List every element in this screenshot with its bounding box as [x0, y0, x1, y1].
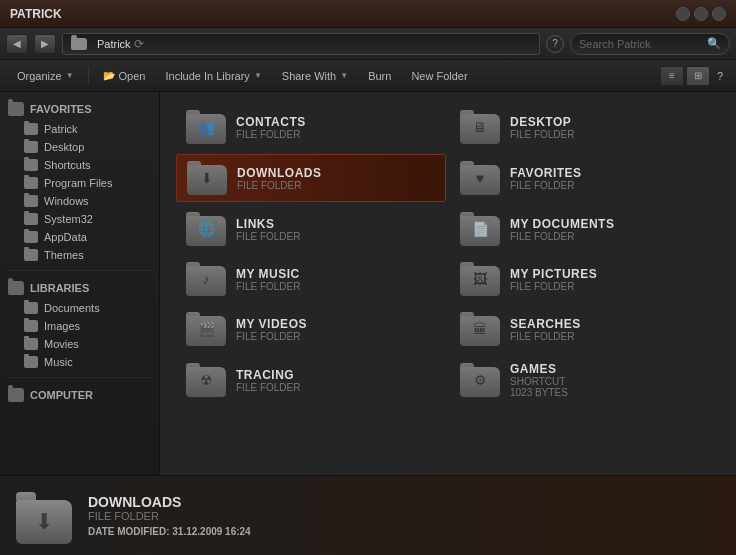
sidebar-item-system32[interactable]: System32	[0, 210, 159, 228]
maximize-button[interactable]	[694, 7, 708, 21]
folder-name: Desktop	[510, 115, 710, 129]
toolbar-help-button[interactable]: ?	[712, 64, 728, 88]
folder-grid: 👥ContactsFile folder🖥DesktopFile folder⬇…	[176, 104, 720, 404]
help-button[interactable]: ?	[546, 35, 564, 53]
sidebar-item-music[interactable]: Music	[0, 353, 159, 371]
folder-name: Contacts	[236, 115, 436, 129]
folder-type: Shortcut	[510, 376, 710, 387]
folder-icon-links: 🌐	[186, 212, 226, 246]
sidebar-item-documents[interactable]: Documents	[0, 299, 159, 317]
folder-item-searches[interactable]: 🏛SearchesFile folder	[450, 306, 720, 352]
sidebar-item-program-files[interactable]: Program Files	[0, 174, 159, 192]
sidebar-item-label: Documents	[44, 302, 100, 314]
sidebar-item-icon	[24, 213, 38, 225]
status-type: File folder	[88, 510, 720, 522]
sidebar-item-label: Themes	[44, 249, 84, 261]
folder-name: Tracing	[236, 368, 436, 382]
favorites-section[interactable]: Favorites	[0, 98, 159, 120]
folder-name: Links	[236, 217, 436, 231]
close-button[interactable]	[712, 7, 726, 21]
address-field[interactable]: Patrick ⟳	[62, 33, 540, 55]
sidebar-item-shortcuts[interactable]: Shortcuts	[0, 156, 159, 174]
folder-type: File folder	[510, 281, 710, 292]
sidebar-item-themes[interactable]: Themes	[0, 246, 159, 264]
folder-emblem: 🎬	[194, 319, 218, 339]
folder-type: File folder	[510, 129, 710, 140]
folder-item-my-documents[interactable]: 📄My DocumentsFile folder	[450, 206, 720, 252]
folder-type: File folder	[236, 331, 436, 342]
status-date-label: Date modified:	[88, 526, 169, 537]
sidebar-item-appdata[interactable]: AppData	[0, 228, 159, 246]
folder-item-my-music[interactable]: ♪My MusicFile folder	[176, 256, 446, 302]
sidebar-libraries-items: DocumentsImagesMoviesMusic	[0, 299, 159, 371]
sidebar-item-images[interactable]: Images	[0, 317, 159, 335]
open-button[interactable]: 📂 Open	[94, 64, 155, 88]
folder-item-links[interactable]: 🌐LinksFile folder	[176, 206, 446, 252]
organize-button[interactable]: Organize ▼	[8, 64, 83, 88]
sidebar-item-label: Shortcuts	[44, 159, 90, 171]
favorites-section-icon	[8, 102, 24, 116]
icon-view-button[interactable]: ⊞	[686, 66, 710, 86]
search-icon: 🔍	[707, 37, 721, 50]
folder-icon-favorites: ♥	[460, 161, 500, 195]
folder-icon-tracing: ☢	[186, 363, 226, 397]
sidebar-divider-2	[8, 377, 151, 378]
folder-icon-desktop: 🖥	[460, 110, 500, 144]
status-name: Downloads	[88, 494, 720, 510]
sidebar-item-icon	[24, 141, 38, 153]
folder-item-my-pictures[interactable]: 🖼My PicturesFile folder	[450, 256, 720, 302]
refresh-button[interactable]: ⟳	[131, 36, 147, 52]
sidebar-item-patrick[interactable]: Patrick	[0, 120, 159, 138]
folder-item-tracing[interactable]: ☢TracingFile folder	[176, 356, 446, 404]
sidebar-item-desktop[interactable]: Desktop	[0, 138, 159, 156]
folder-icon-my-music: ♪	[186, 262, 226, 296]
folder-item-contacts[interactable]: 👥ContactsFile folder	[176, 104, 446, 150]
address-folder-icon	[71, 38, 87, 50]
libraries-section[interactable]: Libraries	[0, 277, 159, 299]
sidebar-favorites-items: PatrickDesktopShortcutsProgram FilesWind…	[0, 120, 159, 264]
sidebar-item-label: System32	[44, 213, 93, 225]
sidebar-item-icon	[24, 195, 38, 207]
sidebar-item-windows[interactable]: Windows	[0, 192, 159, 210]
forward-button[interactable]: ▶	[34, 34, 56, 54]
sidebar-item-label: Patrick	[44, 123, 78, 135]
folder-item-desktop[interactable]: 🖥DesktopFile folder	[450, 104, 720, 150]
status-folder-icon: ⬇	[16, 488, 72, 544]
back-button[interactable]: ◀	[6, 34, 28, 54]
address-bar: ◀ ▶ Patrick ⟳ ? Search Patrick 🔍	[0, 28, 736, 60]
sidebar-item-icon	[24, 249, 38, 261]
libraries-label: Libraries	[30, 282, 89, 294]
folder-icon-contacts: 👥	[186, 110, 226, 144]
folder-type: File folder	[236, 281, 436, 292]
address-path: Patrick	[97, 38, 131, 50]
folder-item-my-videos[interactable]: 🎬My VideosFile folder	[176, 306, 446, 352]
sidebar-item-label: Desktop	[44, 141, 84, 153]
share-with-button[interactable]: Share with ▼	[273, 64, 357, 88]
title-bar: Patrick	[0, 0, 736, 28]
minimize-button[interactable]	[676, 7, 690, 21]
status-info: Downloads File folder Date modified: 31.…	[88, 494, 720, 537]
folder-name: Games	[510, 362, 710, 376]
new-folder-button[interactable]: New folder	[402, 64, 476, 88]
window-controls	[676, 7, 726, 21]
list-view-button[interactable]: ≡	[660, 66, 684, 86]
computer-section[interactable]: Computer	[0, 384, 159, 406]
folder-icon-searches: 🏛	[460, 312, 500, 346]
toolbar: Organize ▼ 📂 Open Include in library ▼ S…	[0, 60, 736, 92]
folder-type: File folder	[510, 231, 710, 242]
folder-icon-my-documents: 📄	[460, 212, 500, 246]
sidebar-item-movies[interactable]: Movies	[0, 335, 159, 353]
folder-emblem: ♪	[194, 269, 218, 289]
folder-icon-my-pictures: 🖼	[460, 262, 500, 296]
computer-label: Computer	[30, 389, 93, 401]
folder-item-downloads[interactable]: ⬇DownloadsFile folder	[176, 154, 446, 202]
sidebar-item-label: Music	[44, 356, 73, 368]
toolbar-separator	[88, 67, 89, 85]
burn-button[interactable]: Burn	[359, 64, 400, 88]
computer-section-icon	[8, 388, 24, 402]
status-bar: ⬇ Downloads File folder Date modified: 3…	[0, 475, 736, 555]
folder-item-favorites[interactable]: ♥FavoritesFile folder	[450, 154, 720, 202]
search-field[interactable]: Search Patrick 🔍	[570, 33, 730, 55]
folder-item-games[interactable]: ⚙GamesShortcut1023 bytes	[450, 356, 720, 404]
include-in-library-button[interactable]: Include in library ▼	[156, 64, 270, 88]
